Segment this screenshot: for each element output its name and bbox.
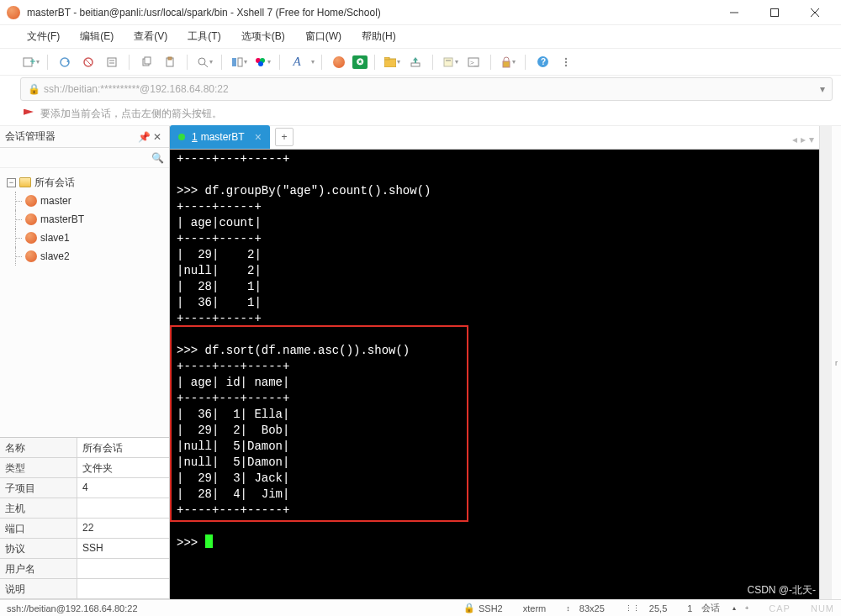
disconnect-icon[interactable] [78, 52, 98, 72]
status-ssh: 🔒SSH2 [463, 603, 503, 613]
prop-key: 子项目 [0, 478, 77, 498]
session-item[interactable]: masterBT [3, 210, 166, 229]
session-item[interactable]: slave1 [3, 229, 166, 247]
tree-root-label: 所有会话 [34, 176, 75, 190]
session-icon [25, 213, 37, 225]
right-edge: r [831, 126, 841, 599]
help-icon[interactable]: ? [532, 52, 553, 72]
session-manager-header: 会话管理器 📌 ✕ [0, 126, 169, 148]
menu-edit[interactable]: 编辑(E) [73, 26, 120, 47]
folder-icon[interactable]: ▾ [382, 52, 402, 72]
addressbar-dropdown-icon[interactable]: ▾ [817, 83, 828, 95]
prop-key: 主机 [0, 498, 77, 518]
panel-close-icon[interactable]: ✕ [151, 131, 164, 143]
addressbar[interactable]: 🔒 ssh://beitian:**********@192.168.64.80… [20, 77, 833, 101]
session-search[interactable]: 🔍 [0, 148, 169, 168]
menu-file[interactable]: 文件(F) [20, 26, 66, 47]
prop-value [77, 579, 169, 598]
tabstrip: 1 masterBT × + ◂ ▸ ▾ [170, 126, 819, 150]
app-logo-icon [7, 6, 20, 19]
session-manager: 会话管理器 📌 ✕ 🔍 − 所有会话 master masterBT slave… [0, 126, 170, 599]
close-button[interactable] [796, 1, 834, 24]
svg-rect-1 [771, 8, 779, 16]
new-session-icon[interactable]: ▾ [20, 52, 40, 72]
prop-value: 4 [77, 478, 169, 498]
titlebar: masterBT - beitian@panli:/usr/local/spar… [0, 0, 841, 25]
prop-key: 用户名 [0, 559, 77, 578]
prop-key: 名称 [0, 438, 77, 457]
folder-icon [19, 177, 31, 187]
session-label: slave2 [40, 250, 70, 262]
session-manager-title: 会话管理器 [5, 129, 137, 144]
tab-label: masterBT [201, 131, 245, 143]
script-icon[interactable]: ▾ [440, 52, 460, 72]
maximize-button[interactable] [755, 1, 794, 24]
minimize-button[interactable] [715, 1, 754, 24]
statusbar: ssh://beitian@192.168.64.80:22 🔒SSH2 xte… [0, 599, 841, 616]
paste-icon[interactable] [160, 52, 180, 72]
svg-rect-17 [168, 57, 172, 60]
menu-view[interactable]: 查看(V) [127, 26, 174, 47]
pin-icon[interactable]: 📌 [137, 131, 151, 143]
session-label: masterBT [40, 213, 84, 225]
find-icon[interactable]: ▾ [194, 52, 214, 72]
svg-point-18 [198, 58, 205, 65]
menu-overflow-icon[interactable] [556, 52, 576, 72]
expander-icon[interactable]: − [7, 178, 16, 187]
scrollbar[interactable] [819, 126, 831, 599]
menu-tabs[interactable]: 选项卡(B) [235, 26, 292, 47]
xftp-icon[interactable]: ✪ [352, 55, 368, 69]
tab-history-prev-icon[interactable]: ◂ [792, 134, 797, 145]
font-icon[interactable]: A [287, 52, 307, 72]
prop-value [77, 559, 169, 578]
status-pos: ⋮⋮ 25,5 [625, 603, 667, 613]
prop-value: SSH [77, 539, 169, 558]
tab-history-next-icon[interactable]: ▸ [801, 134, 806, 145]
svg-rect-20 [232, 58, 236, 66]
lock-icon: 🔒 [28, 83, 40, 95]
upload-icon[interactable] [405, 52, 426, 72]
lock-icon: 🔒 [463, 603, 475, 613]
menu-tools[interactable]: 工具(T) [181, 26, 227, 47]
reconnect-icon[interactable] [55, 52, 75, 72]
svg-text:?: ? [541, 57, 546, 66]
tab-masterbt[interactable]: 1 masterBT × [170, 125, 270, 149]
terminal-area: 1 masterBT × + ◂ ▸ ▾ +----+---+-----+ >>… [170, 126, 819, 599]
lock-icon[interactable]: ▾ [498, 52, 518, 72]
session-properties: 名称所有会话 类型文件夹 子项目4 主机 端口22 协议SSH 用户名 说明 [0, 437, 169, 599]
prop-value [77, 498, 169, 518]
copy-icon[interactable] [136, 52, 156, 72]
status-cap: CAP [769, 603, 791, 613]
highlight-box [170, 325, 468, 522]
new-tab-button[interactable]: + [275, 128, 294, 146]
session-icon [25, 250, 37, 262]
properties-icon[interactable] [102, 52, 122, 72]
session-tree: − 所有会话 master masterBT slave1 slave2 [0, 168, 169, 437]
status-sessions: 1 会话 ▴ + [687, 602, 748, 614]
session-icon [25, 232, 37, 244]
svg-rect-11 [108, 58, 116, 66]
flag-icon [24, 109, 34, 119]
tipbar: 要添加当前会话，点击左侧的箭头按钮。 [0, 103, 841, 126]
prop-key: 类型 [0, 458, 77, 477]
session-item[interactable]: master [3, 192, 166, 210]
menu-help[interactable]: 帮助(H) [355, 26, 403, 47]
layout-icon[interactable]: ▾ [229, 52, 249, 72]
prop-value: 所有会话 [77, 438, 169, 457]
tab-index: 1 [192, 131, 198, 143]
svg-line-10 [86, 60, 91, 65]
xshell-icon[interactable] [329, 52, 349, 72]
prop-value: 22 [77, 519, 169, 538]
tree-root[interactable]: − 所有会话 [3, 173, 166, 192]
svg-rect-26 [384, 57, 389, 60]
command-icon[interactable]: >_ [463, 52, 484, 72]
color-scheme-icon[interactable]: ▾ [252, 52, 272, 72]
menu-window[interactable]: 窗口(W) [299, 26, 348, 47]
tab-close-icon[interactable]: × [255, 130, 262, 144]
session-label: slave1 [40, 232, 70, 244]
terminal[interactable]: +----+---+-----+ >>> df.groupBy("age").c… [170, 150, 819, 599]
tab-list-icon[interactable]: ▾ [809, 134, 814, 145]
session-item[interactable]: slave2 [3, 247, 166, 266]
prop-key: 说明 [0, 579, 77, 598]
status-size: ↕ 83x25 [566, 603, 605, 613]
